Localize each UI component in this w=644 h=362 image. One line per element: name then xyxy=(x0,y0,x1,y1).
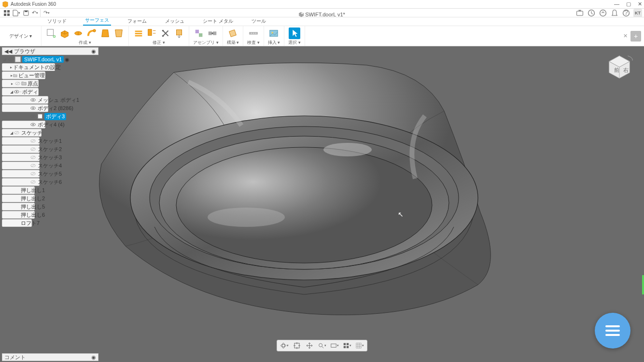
expand-icon[interactable]: ▸ xyxy=(10,65,12,70)
ribbon-label-construct[interactable]: 構築 ▾ xyxy=(227,40,239,46)
tree-feature-item[interactable]: ロフト7 xyxy=(2,219,32,227)
tree-feature-item[interactable]: 押し出し1 xyxy=(2,186,35,194)
tree-sketch-item[interactable]: スケッチ1 xyxy=(2,137,40,145)
tree-sketches[interactable]: ◢ スケッチ xyxy=(2,129,42,137)
trim-icon[interactable] xyxy=(160,28,171,39)
visibility-icon[interactable] xyxy=(14,89,19,94)
ribbon-label-modify[interactable]: 修正 ▾ xyxy=(153,40,165,46)
tree-bodies[interactable]: ◢ ボディ xyxy=(2,88,39,96)
visibility-icon[interactable] xyxy=(30,122,36,127)
panel-settings-icon[interactable]: ◉ xyxy=(91,48,96,55)
job-status-icon[interactable] xyxy=(587,9,596,17)
ribbon-label-create[interactable]: 作成 ▾ xyxy=(79,40,91,46)
assembly-new-component-icon[interactable] xyxy=(193,28,205,39)
tree-origin[interactable]: ▸ 原点 xyxy=(2,80,39,87)
tree-view-mgmt[interactable]: ▸ ビュー管理 xyxy=(2,71,45,79)
ribbon-label-insert[interactable]: 挿入 ▾ xyxy=(268,40,280,46)
visibility-icon[interactable] xyxy=(8,57,14,62)
visibility-off-icon[interactable] xyxy=(30,155,36,160)
visibility-off-icon[interactable] xyxy=(14,130,19,135)
look-at-icon[interactable] xyxy=(293,341,301,350)
display-settings-icon[interactable]: ▾ xyxy=(343,341,351,350)
zoom-icon[interactable]: ▾ xyxy=(318,341,326,350)
redo-icon[interactable]: ↷▾ xyxy=(42,9,51,17)
select-icon[interactable] xyxy=(289,28,300,39)
tree-root[interactable]: ◢ SWIFT.doorL v1 ◉ xyxy=(2,56,98,63)
tree-body-item[interactable]: ボディ2 (8286) xyxy=(2,104,48,112)
help-fab-button[interactable] xyxy=(595,313,630,348)
tab-surface[interactable]: サーフェス xyxy=(83,16,111,26)
tree-sketch-item[interactable]: スケッチ6 xyxy=(2,178,40,186)
tree-sketch-item[interactable]: スケッチ4 xyxy=(2,162,40,169)
loft-icon[interactable] xyxy=(99,28,111,39)
updates-icon[interactable] xyxy=(599,9,607,17)
document-tab[interactable]: SWIFT.doorL v1* xyxy=(299,12,345,17)
ribbon-label-select[interactable]: 選択 ▾ xyxy=(288,40,301,46)
tree-feature-item[interactable]: 押し出し2 xyxy=(2,195,35,202)
radio-icon[interactable]: ◉ xyxy=(65,56,70,63)
help-icon[interactable]: ? xyxy=(622,9,630,17)
insert-decal-icon[interactable] xyxy=(268,28,280,39)
ribbon-label-assembly[interactable]: アセンブリ ▾ xyxy=(193,40,219,46)
tree-body-item-selected[interactable]: ボディ3 xyxy=(2,112,98,120)
inspect-measure-icon[interactable] xyxy=(248,28,259,39)
expand-icon[interactable]: ◢ xyxy=(10,90,13,94)
tree-body-item[interactable]: メッシュ ボディ1 xyxy=(2,96,48,104)
visibility-icon[interactable] xyxy=(30,97,36,102)
notifications-icon[interactable] xyxy=(610,9,619,17)
tab-solid[interactable]: ソリッド xyxy=(45,17,69,26)
design-dropdown[interactable]: デザイン ▾ xyxy=(0,26,42,46)
fillet-icon[interactable] xyxy=(146,28,158,39)
sweep-icon[interactable] xyxy=(86,28,98,39)
view-cube[interactable]: 前 右 xyxy=(605,52,633,80)
browser-panel-header[interactable]: ◀◀ ブラウザ ◉ xyxy=(2,47,98,55)
undo-icon[interactable]: ↶▾ xyxy=(31,9,41,17)
tab-sheet-metal[interactable]: シート メタル xyxy=(201,17,235,26)
user-avatar[interactable]: KT xyxy=(633,9,642,17)
panel-settings-icon[interactable]: ◉ xyxy=(91,354,96,361)
orbit-icon[interactable]: ▾ xyxy=(280,341,289,350)
pan-icon[interactable] xyxy=(305,341,314,350)
save-icon[interactable] xyxy=(21,9,31,17)
root-label[interactable]: SWIFT.doorL v1 xyxy=(22,56,64,63)
fit-icon[interactable]: ▾ xyxy=(330,341,339,350)
tab-form[interactable]: フォーム xyxy=(126,17,149,26)
tree-feature-item[interactable]: 押し出し5 xyxy=(2,203,35,210)
file-menu-icon[interactable]: ▾ xyxy=(12,9,21,17)
patch-icon[interactable] xyxy=(113,28,125,39)
extrude-icon[interactable] xyxy=(59,28,70,39)
visibility-icon[interactable] xyxy=(30,114,36,119)
visibility-off-icon[interactable] xyxy=(30,171,36,176)
expand-icon[interactable]: ◢ xyxy=(2,57,7,62)
extend-icon[interactable] xyxy=(173,28,185,39)
close-window-button[interactable]: ✕ xyxy=(638,1,642,7)
grid-snap-icon[interactable]: ▾ xyxy=(355,341,364,350)
comments-panel-header[interactable]: コメント ◉ xyxy=(2,353,98,361)
ribbon-label-inspect[interactable]: 検査 ▾ xyxy=(247,40,260,46)
visibility-off-icon[interactable] xyxy=(15,81,20,86)
tree-sketch-item[interactable]: スケッチ3 xyxy=(2,153,40,161)
create-sketch-icon[interactable] xyxy=(45,28,57,39)
tab-mesh[interactable]: メッシュ xyxy=(163,17,186,26)
tree-sketch-item[interactable]: スケッチ5 xyxy=(2,170,40,178)
extensions-icon[interactable] xyxy=(575,9,584,17)
tree-doc-settings[interactable]: ▸ ドキュメントの設定 xyxy=(2,63,55,71)
visibility-off-icon[interactable] xyxy=(30,139,36,143)
visibility-icon[interactable] xyxy=(30,106,36,111)
visibility-off-icon[interactable] xyxy=(30,163,36,168)
tree-sketch-item[interactable]: スケッチ2 xyxy=(2,145,40,153)
pin-icon[interactable]: ◀◀ xyxy=(4,48,12,55)
tab-tools[interactable]: ツール xyxy=(250,17,268,26)
close-tab-button[interactable]: ✕ xyxy=(622,33,629,40)
revolve-icon[interactable] xyxy=(72,28,84,39)
data-panel-icon[interactable] xyxy=(2,9,12,17)
expand-icon[interactable]: ◢ xyxy=(10,131,13,135)
press-pull-icon[interactable] xyxy=(133,28,144,39)
tree-feature-item[interactable]: 押し出し6 xyxy=(2,211,35,219)
assembly-joint-icon[interactable] xyxy=(207,28,218,39)
visibility-off-icon[interactable] xyxy=(30,180,36,184)
minimize-button[interactable]: — xyxy=(614,1,619,7)
model-render[interactable] xyxy=(77,53,589,323)
maximize-button[interactable]: ▢ xyxy=(626,1,631,7)
expand-icon[interactable]: ▸ xyxy=(10,82,14,86)
